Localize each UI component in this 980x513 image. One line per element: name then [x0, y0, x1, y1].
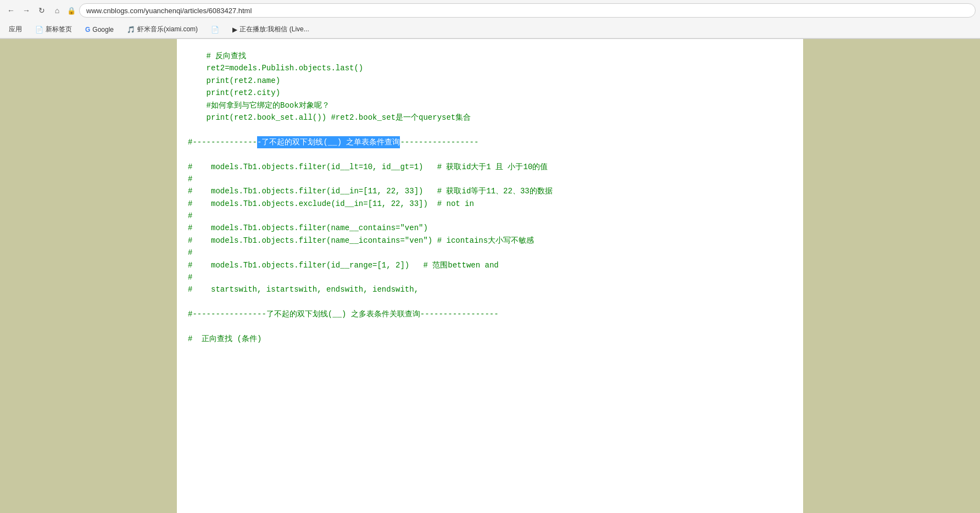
code-line: # models.Tb1.objects.filter(id__in=[11, …	[188, 185, 792, 197]
bookmark-newtab[interactable]: 📄 新标签页	[31, 24, 76, 35]
code-line: # models.Tb1.objects.filter(id__lt=10, i…	[188, 161, 792, 173]
content-wrapper: # 反向查找 ret2=models.Publish.objects.last(…	[177, 39, 803, 513]
forward-button[interactable]: →	[20, 4, 33, 17]
code-line-empty	[188, 148, 792, 160]
code-line: # 反向查找	[188, 50, 792, 62]
google-label: Google	[92, 26, 114, 34]
code-line: # models.Tb1.objects.exclude(id__in=[11,…	[188, 198, 792, 210]
reload-button[interactable]: ↻	[35, 4, 48, 17]
code-line-separator2: #----------------了不起的双下划线(__) 之多表条件关联查询-…	[188, 308, 792, 320]
code-line: print(ret2.book_set.all()) #ret2.book_se…	[188, 111, 792, 124]
highlighted-text: -了不起的双下划线(__) 之单表条件查询	[257, 136, 400, 148]
playing-icon: ▶	[232, 26, 237, 34]
playing-label: 正在播放:我相信 (Live...	[240, 25, 309, 34]
apps-label: 应用	[9, 25, 22, 34]
bookmark-google[interactable]: G Google	[81, 25, 118, 35]
code-line-separator: #---------------了不起的双下划线(__) 之单表条件查询----…	[188, 136, 792, 148]
xiami-icon: 🎵	[127, 26, 135, 34]
browser-chrome: ← → ↻ ⌂ 🔒 应用 📄 新标签页 G Google 🎵 虾米音乐(xiam…	[0, 0, 980, 39]
newtab-icon: 📄	[35, 26, 43, 34]
code-line: ret2=models.Publish.objects.last()	[188, 62, 792, 74]
code-line: # models.Tb1.objects.filter(name__iconta…	[188, 235, 792, 247]
code-line: #	[188, 173, 792, 185]
code-line: # 正向查找 (条件)	[188, 333, 792, 345]
code-line-empty	[188, 321, 792, 333]
bookmark-xiami[interactable]: 🎵 虾米音乐(xiami.com)	[122, 24, 202, 35]
newtab-label: 新标签页	[46, 25, 72, 34]
code-line: # startswith, istartswith, endswith, ien…	[188, 283, 792, 295]
address-bar[interactable]	[79, 3, 976, 18]
nav-buttons: ← → ↻ ⌂	[4, 4, 64, 17]
code-line: print(ret2.city)	[188, 87, 792, 99]
code-line: #	[188, 271, 792, 283]
xiami-label: 虾米音乐(xiami.com)	[137, 25, 198, 34]
bookmarks-bar: 应用 📄 新标签页 G Google 🎵 虾米音乐(xiami.com) 📄 ▶…	[0, 21, 980, 38]
home-button[interactable]: ⌂	[51, 4, 64, 17]
back-button[interactable]: ←	[4, 4, 18, 17]
code-line: # models.Tb1.objects.filter(name__contai…	[188, 222, 792, 234]
bookmark-playing[interactable]: ▶ 正在播放:我相信 (Live...	[228, 24, 314, 35]
code-line: #如何拿到与它绑定的Book对象呢？	[188, 99, 792, 111]
browser-toolbar: ← → ↻ ⌂ 🔒	[0, 0, 980, 21]
code-line: #	[188, 247, 792, 259]
google-icon: G	[85, 26, 90, 34]
code-line: # models.Tb1.objects.filter(id__range=[1…	[188, 259, 792, 271]
bookmark-blank[interactable]: 📄	[207, 25, 224, 35]
code-block: # 反向查找 ret2=models.Publish.objects.last(…	[177, 50, 803, 345]
page-content: # 反向查找 ret2=models.Publish.objects.last(…	[0, 39, 980, 513]
code-line: #	[188, 210, 792, 222]
code-line: print(ret2.name)	[188, 75, 792, 87]
bookmark-apps[interactable]: 应用	[4, 24, 26, 35]
lock-icon: 🔒	[67, 7, 76, 15]
code-line-empty	[188, 296, 792, 308]
blank-icon: 📄	[211, 26, 219, 34]
code-line-empty	[188, 124, 792, 136]
